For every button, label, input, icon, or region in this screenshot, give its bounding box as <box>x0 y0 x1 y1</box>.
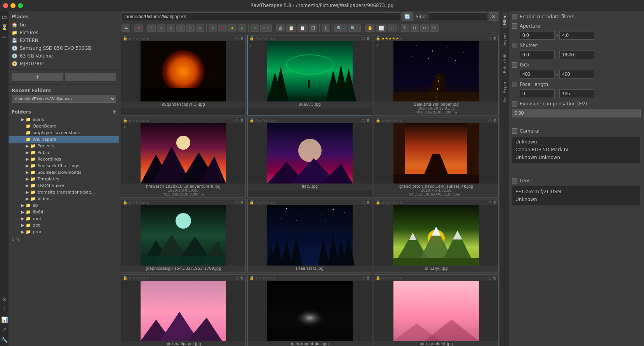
undo-button[interactable]: ↩ <box>420 24 429 32</box>
file-browser-icon[interactable]: 🗂 <box>2 12 7 22</box>
trash-icon-9[interactable]: 🗑 <box>493 200 497 204</box>
enable-metadata-checkbox[interactable] <box>512 14 517 19</box>
trash-icon-12[interactable]: 🗑 <box>493 276 497 280</box>
rot-ccw-button[interactable]: ↺ <box>411 24 419 32</box>
star-1-button[interactable]: ☆ <box>157 24 165 32</box>
color-none-button[interactable]: ○ <box>209 24 217 31</box>
camera-checkbox[interactable] <box>512 128 517 134</box>
help-icon[interactable]: ? <box>3 305 5 314</box>
rot-cw-button[interactable]: ↻ <box>401 24 409 32</box>
minimize-button[interactable] <box>10 3 16 8</box>
star-3-button[interactable]: ☆ <box>176 24 185 32</box>
thumb-906873[interactable]: 🔒 ☆☆☆☆☆☆ ○ 🗑 ✓ <box>247 35 372 115</box>
add-place-button[interactable]: + <box>12 73 63 81</box>
thumb-image-12[interactable] <box>374 281 498 341</box>
trash-icon-6[interactable]: 🗑 <box>493 118 497 122</box>
lens-ef135[interactable]: EF135mm f/2L USM <box>512 188 641 196</box>
place-item-tio[interactable]: 🏠 tio <box>9 21 119 29</box>
path-input[interactable] <box>122 12 400 21</box>
folder-smplayer[interactable]: 📁 smplayer_screenshots <box>9 129 119 136</box>
tab-batch-edit[interactable]: Batch Edit <box>502 50 508 76</box>
prefs-icon[interactable]: 🔧 <box>1 335 8 344</box>
folder-lib64[interactable]: ▶ 📁 lib64 <box>9 209 119 215</box>
ev-checkbox[interactable] <box>512 101 517 107</box>
crop-button[interactable]: ⬜ <box>376 24 386 32</box>
tab-inspect[interactable]: Inspect <box>502 29 508 49</box>
thumb-flat5[interactable]: 🔒 ☆☆☆☆☆☆ ○ 🗑 <box>247 117 372 197</box>
iso-max-input[interactable] <box>559 70 594 79</box>
tab-filter[interactable]: Filter <box>502 12 508 28</box>
reject-button[interactable]: ✕ <box>134 24 143 32</box>
folder-wallpapers[interactable]: 📁 Wallpapers <box>9 136 119 143</box>
thumb-i-see-stars[interactable]: 🔒 ☆☆☆☆☆☆ ○ 🗑 <box>247 199 372 273</box>
star-0-button[interactable]: ☆ <box>147 24 156 32</box>
place-item-extern[interactable]: 💾 EXTERN <box>9 37 119 44</box>
shutter-checkbox[interactable] <box>512 43 517 48</box>
thumb-beautiful[interactable]: 🔒 ★★★★★☆ ○ 🗑 ✓ <box>374 35 499 115</box>
folder-proc[interactable]: ▶ 📁 proc <box>9 229 119 235</box>
star-2-button[interactable]: ☆ <box>167 24 175 32</box>
focal-min-input[interactable] <box>520 89 555 98</box>
folder-soulseek-chat[interactable]: ▶ 📁 Soulseek Chat Logs <box>9 163 119 169</box>
place-item-pictures[interactable]: 📁 Pictures <box>9 29 119 37</box>
folder-trom[interactable]: ▶ 📁 TROM-Share <box>9 182 119 189</box>
trash-icon-1[interactable]: 🗑 <box>240 36 244 40</box>
folder-videos[interactable]: ▶ 📁 Videos <box>9 196 119 202</box>
trash-icon-10[interactable]: 🗑 <box>240 276 244 280</box>
folder-lib[interactable]: ▶ 📁 lib <box>9 202 119 209</box>
duplicate-button[interactable]: ❐ <box>309 24 317 32</box>
copy-button[interactable]: 📋 <box>286 24 296 32</box>
zoom-in-button[interactable]: 🔍+ <box>348 24 360 32</box>
shutter-min-input[interactable] <box>520 51 555 59</box>
thumb-95q1hde[interactable]: 🔒 ☆☆☆☆☆☆ ○ 🗑 <box>121 35 246 115</box>
folder-mnt[interactable]: ▶ 📁 mnt <box>9 215 119 222</box>
delete-button[interactable]: 🗑 <box>276 24 285 31</box>
folder-projects[interactable]: ▶ 📁 Projects <box>9 143 119 149</box>
aperture-min-input[interactable] <box>520 31 555 40</box>
queue-icon[interactable]: ⏳ <box>1 23 8 32</box>
maximize-button[interactable] <box>18 3 23 8</box>
thumb-image-3[interactable]: ✓ <box>374 41 498 101</box>
folder-templates[interactable]: ▶ 📁 Templates <box>9 176 119 182</box>
trash-icon-3[interactable]: 🗑 <box>493 36 497 40</box>
aperture-max-input[interactable] <box>559 31 594 40</box>
recent-folders-dropdown[interactable]: /home/tio/Pictures/Wallpapers <box>12 95 116 103</box>
thumb-dark[interactable]: 🔒 ☆☆☆☆☆☆ ○ 🗑 <box>247 274 372 346</box>
zoom-out-button[interactable]: 🔍− <box>334 24 347 32</box>
folder-soulseek-dl[interactable]: ▶ 📁 Soulseek Downloads <box>9 169 119 176</box>
flip-button[interactable]: ↔ <box>388 24 397 31</box>
thumb-pink2[interactable]: 🔒 ☆☆☆☆☆☆ ○ 🗑 <box>374 274 499 346</box>
star-5-button[interactable]: ☆ <box>196 24 204 32</box>
trash-icon-2[interactable]: 🗑 <box>366 36 370 40</box>
color-red-button[interactable]: ● <box>218 24 227 31</box>
color-green-button[interactable]: ● <box>238 24 246 31</box>
close-find-button[interactable]: ✕ <box>489 12 498 21</box>
tab-fast-export[interactable]: Fast Export <box>502 77 508 105</box>
export-icon[interactable]: ↗ <box>2 325 7 334</box>
trash-icon-7[interactable]: 🗑 <box>240 200 244 204</box>
lens-checkbox[interactable] <box>512 178 517 183</box>
settings-icon[interactable]: ⚙ <box>2 295 7 304</box>
nav-back-button[interactable]: ⬅ <box>122 24 130 32</box>
thumb-image-11[interactable] <box>248 281 372 341</box>
editor-icon[interactable]: ✏️ <box>2 33 7 42</box>
thumb-image-9[interactable] <box>374 205 498 266</box>
histogram-icon[interactable]: 📊 <box>1 315 8 324</box>
folder-opt[interactable]: ▶ 📁 opt <box>9 222 119 229</box>
thumb-grand-teton[interactable]: 🔒 ☆☆☆☆☆☆ ○ 🗑 <box>374 117 499 197</box>
refresh-button[interactable]: 🔄 <box>402 12 413 21</box>
thumb-image-2[interactable]: ✓ <box>248 41 372 101</box>
folder-public[interactable]: ▶ 📁 Public <box>9 149 119 156</box>
aperture-checkbox[interactable] <box>512 23 517 29</box>
thumb-pink[interactable]: 🔒 ☆☆☆☆☆☆ ○ 🗑 <box>121 274 246 346</box>
trash-icon-8[interactable]: 🗑 <box>366 200 370 204</box>
thumb-graphicdesign[interactable]: 🔒 ☆☆☆☆☆☆ ○ 🗑 <box>121 199 246 273</box>
find-input[interactable] <box>429 12 487 21</box>
camera-canon[interactable]: Canon EOS 5D Mark IV <box>512 146 641 154</box>
focal-checkbox[interactable] <box>512 82 517 87</box>
place-item-mjro[interactable]: 📀 MJRO1902 <box>9 60 119 68</box>
camera-unknown[interactable]: Unknown <box>512 138 641 146</box>
info-button[interactable]: ℹ <box>322 24 330 32</box>
folder-openboard[interactable]: 📁 OpenBoard <box>9 123 119 129</box>
window-controls[interactable] <box>3 3 23 8</box>
